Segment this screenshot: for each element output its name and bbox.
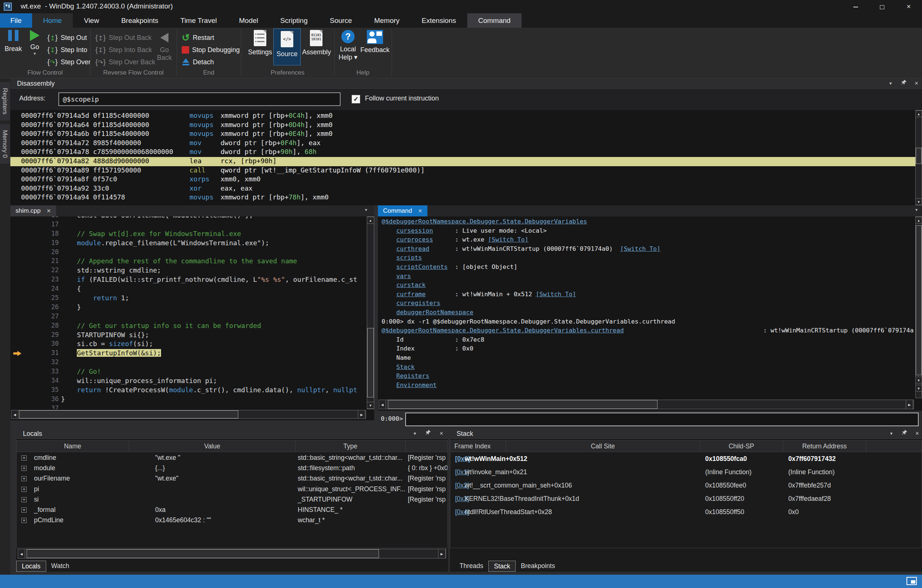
source-line[interactable]: 34 wil::unique_process_information pi;: [10, 377, 367, 386]
scroll-down-icon[interactable]: ▼: [915, 198, 922, 205]
column-header-extra[interactable]: [866, 441, 922, 452]
window-layout-icon[interactable]: [906, 577, 917, 585]
source-line[interactable]: 22 std::wstring cmdline;: [10, 266, 367, 276]
menu-tab-time-travel[interactable]: Time Travel: [170, 13, 228, 28]
restart-button[interactable]: ↺ Restart: [182, 32, 214, 43]
link[interactable]: cursession: [396, 227, 433, 234]
menu-tab-breakpoints[interactable]: Breakpoints: [110, 13, 169, 28]
panel-menu-icon[interactable]: ▾: [886, 79, 896, 88]
go-back-button[interactable]: Go Back: [154, 30, 174, 62]
stack-frame-row[interactable]: [0x0]wt!wWinMain+0x5120x108550fca00x7ff6…: [450, 453, 922, 466]
tab-close-icon[interactable]: ✕: [418, 205, 422, 216]
scroll-thumb[interactable]: [916, 225, 922, 375]
command-line[interactable]: curthread : wt!wWinMainCRTStartup (00007…: [378, 245, 915, 255]
link[interactable]: [Switch To]: [620, 245, 660, 252]
scroll-down-icon[interactable]: ▼: [915, 385, 922, 392]
local-help-button[interactable]: ? Local Help ▾: [338, 30, 358, 61]
stack-frame-row[interactable]: [0x3]KERNEL32!BaseThreadInitThunk+0x1d0x…: [450, 493, 922, 506]
scroll-down-icon[interactable]: ▼: [915, 377, 922, 383]
link[interactable]: curregisters: [396, 299, 440, 307]
panel-menu-icon[interactable]: ▾: [410, 430, 420, 438]
locals-row[interactable]: +_formal0xaHINSTANCE_ *: [16, 505, 448, 515]
menu-tab-extensions[interactable]: Extensions: [411, 13, 467, 28]
source-line[interactable]: 27: [10, 312, 367, 322]
link[interactable]: debuggerRootNamespace: [396, 309, 474, 316]
go-dropdown-icon[interactable]: ▾: [26, 51, 44, 56]
scroll-right-icon[interactable]: ▶: [906, 400, 913, 409]
link[interactable]: [Switch To]: [488, 236, 528, 243]
disasm-row[interactable]: 00007ff6`07914a82488d8d90000000learcx, […: [10, 157, 915, 166]
link[interactable]: curprocess: [396, 236, 433, 243]
scroll-thumb[interactable]: [367, 328, 374, 397]
locals-row[interactable]: +si_STARTUPINFOW[Register 'rsp: [16, 495, 448, 505]
panel-menu-icon[interactable]: ▾: [886, 430, 896, 438]
command-line[interactable]: curframe : wt!wWinMain + 0x512 [Switch T…: [378, 291, 915, 300]
command-line[interactable]: Environment: [378, 382, 915, 391]
command-line[interactable]: @$debuggerRootNamespace.Debugger.State.D…: [378, 218, 915, 227]
column-header-extra[interactable]: [405, 441, 448, 452]
disasm-row[interactable]: 00007ff6`07914a6b0f1185e4000000movupsxmm…: [10, 130, 915, 139]
source-line[interactable]: 31 GetStartupInfoW(&si);: [10, 349, 367, 358]
expand-toggle-icon[interactable]: +: [21, 456, 26, 461]
source-line[interactable]: 23 if (FAILED(wil::str_printf_nothrow(cm…: [10, 276, 367, 285]
pin-icon[interactable]: [899, 79, 909, 88]
expand-toggle-icon[interactable]: +: [21, 476, 26, 481]
scroll-up-icon[interactable]: ▲: [367, 217, 374, 224]
link[interactable]: vars: [396, 273, 411, 279]
link[interactable]: Stack: [396, 363, 415, 371]
command-line[interactable]: cursession : Live user mode: <Local>: [378, 227, 915, 236]
command-line[interactable]: 0:000> dx -r1 @$debuggerRootNamespace.De…: [378, 318, 915, 327]
source-line[interactable]: 20: [10, 248, 367, 257]
assembly-button[interactable]: 0110110101 Assembly: [302, 30, 330, 56]
menu-tab-home[interactable]: Home: [32, 13, 73, 28]
disasm-row[interactable]: 00007ff6`07914a940f114578movupsxmmword p…: [10, 193, 915, 203]
link[interactable]: Environment: [396, 382, 436, 389]
tab-locals[interactable]: Locals: [16, 561, 46, 572]
link[interactable]: scripts: [396, 254, 422, 261]
disasm-row[interactable]: 00007ff6`07914a9233c0xoreax, eax: [10, 184, 915, 194]
step-over-back-button[interactable]: {↷} Step Over Back: [95, 57, 155, 68]
locals-row[interactable]: +module{...}std::filesystem::path{ 0: rb…: [16, 463, 448, 474]
link[interactable]: Registers: [396, 372, 429, 379]
source-line[interactable]: 16 const auto ourFilename{ module.filena…: [10, 216, 367, 220]
source-line[interactable]: 33 // Go!: [10, 368, 367, 377]
scroll-right-icon[interactable]: ▶: [358, 410, 365, 419]
source-line[interactable]: 37: [10, 404, 367, 409]
scroll-up-icon[interactable]: ▲: [915, 217, 922, 224]
command-line[interactable]: scriptContents : [object Object]: [378, 263, 915, 273]
menu-tab-command[interactable]: Command: [467, 13, 522, 28]
disasm-row[interactable]: 00007ff6`07914a640f1185d4000000movupsxmm…: [10, 121, 915, 130]
scroll-left-icon[interactable]: ◀: [18, 549, 25, 559]
side-tab-registers[interactable]: Registers: [0, 82, 10, 121]
go-button[interactable]: Go ▾: [26, 30, 44, 56]
source-line[interactable]: 17: [10, 220, 367, 230]
source-line[interactable]: 35 return !CreateProcessW(module.c_str()…: [10, 386, 367, 395]
scroll-left-icon[interactable]: ◀: [379, 400, 386, 409]
step-out-back-button[interactable]: {↥} Step Out Back: [95, 32, 152, 43]
locals-row[interactable]: +piwil::unique_struct<_PROCESS_INF...[Re…: [16, 484, 448, 495]
tab-list-dropdown-icon[interactable]: ▾: [362, 207, 370, 215]
scroll-thumb[interactable]: [388, 400, 657, 409]
expand-toggle-icon[interactable]: +: [21, 497, 26, 502]
menu-tab-scripting[interactable]: Scripting: [269, 13, 319, 28]
link[interactable]: @$debuggerRootNamespace.Debugger.State.D…: [382, 327, 624, 334]
settings-button[interactable]: Settings: [247, 30, 273, 56]
menu-tab-file[interactable]: File: [0, 13, 32, 28]
expand-toggle-icon[interactable]: +: [21, 508, 26, 513]
source-line[interactable]: 24 {: [10, 285, 367, 294]
disasm-row[interactable]: 00007ff6`07914a8f0f57c0xorpsxmm0, xmm0: [10, 175, 915, 184]
disasm-row[interactable]: 00007ff6`07914a78c7859000000068000000mov…: [10, 148, 915, 157]
tab-stack[interactable]: Stack: [488, 561, 516, 572]
source-line[interactable]: 19 module.replace_filename(L"WindowsTerm…: [10, 239, 367, 248]
source-line[interactable]: 36}: [10, 395, 367, 404]
source-line[interactable]: 32: [10, 358, 367, 368]
link[interactable]: @$debuggerRootNamespace.Debugger.State.D…: [382, 218, 587, 225]
locals-row[interactable]: +pCmdLine0x1465e604c32 : ""wchar_t *: [16, 515, 448, 526]
command-line[interactable]: Index : 0x0: [378, 345, 915, 354]
maximize-button[interactable]: [869, 0, 896, 13]
command-line[interactable]: curstack: [378, 281, 915, 291]
command-line[interactable]: Registers: [378, 372, 915, 382]
panel-close-icon[interactable]: ✕: [436, 430, 446, 438]
scroll-left-icon[interactable]: ◀: [11, 410, 18, 419]
stack-frame-row[interactable]: [0x2]wt!__scrt_common_main_seh+0x1060x10…: [450, 479, 922, 493]
